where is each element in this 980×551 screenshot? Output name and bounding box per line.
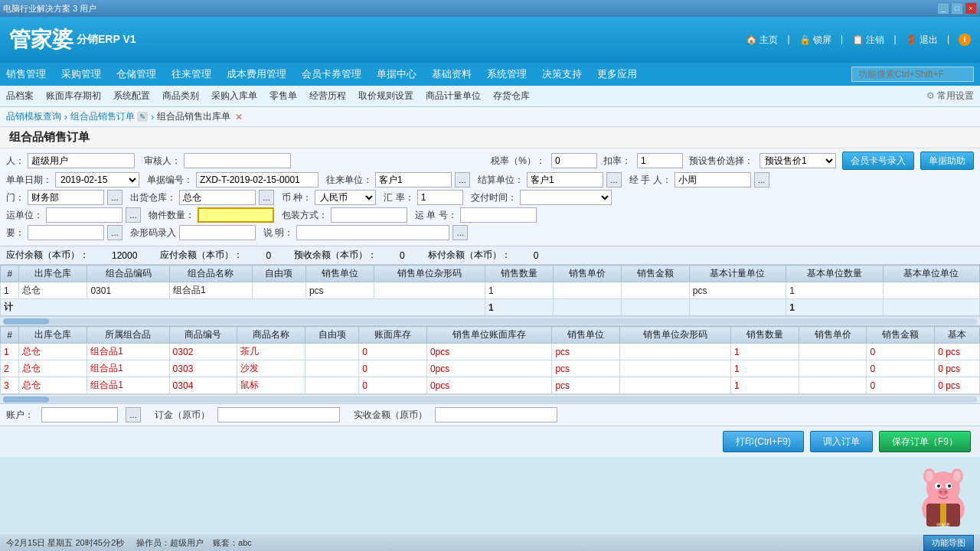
warehouse-input[interactable] xyxy=(179,190,256,205)
td2-sale-unit-code xyxy=(620,377,731,394)
subnav-price[interactable]: 取价规则设置 xyxy=(358,90,413,103)
save-btn[interactable]: 保存订单（F9） xyxy=(879,431,971,452)
td1-free xyxy=(252,282,305,299)
td2-sale-unit-code xyxy=(620,360,731,377)
subnav-purchase-in[interactable]: 采购入库单 xyxy=(211,90,257,103)
lock-link[interactable]: 🔒 锁屏 xyxy=(799,34,831,47)
subnav-product[interactable]: 品档案 xyxy=(6,90,34,103)
handler-dots[interactable]: … xyxy=(754,172,769,187)
print-btn[interactable]: 打印(Ctrl+F9) xyxy=(723,431,804,452)
nav-purchase[interactable]: 采购管理 xyxy=(61,67,101,81)
table-row[interactable]: 2 总仓 组合品1 0303 沙发 0 0pcs pcs 1 0 0 pcs xyxy=(1,360,980,377)
nav-member[interactable]: 会员卡券管理 xyxy=(302,67,361,81)
subnav-history[interactable]: 经营历程 xyxy=(309,90,346,103)
td2-sale-unit: pcs xyxy=(552,344,620,360)
bc-icon2: ✎ xyxy=(137,112,148,122)
home-link[interactable]: 🏠 主页 xyxy=(746,34,778,47)
to-unit-input[interactable] xyxy=(375,172,452,187)
mascot: 管家婆 xyxy=(913,459,974,528)
waybill-input[interactable] xyxy=(460,207,537,223)
remarks-dots[interactable]: … xyxy=(452,225,468,240)
exit-link[interactable]: 🚪 退出 xyxy=(906,34,938,47)
bc-item2[interactable]: 组合品销售订单 ✎ xyxy=(70,110,148,123)
account-dots[interactable]: … xyxy=(126,407,141,422)
user-input[interactable] xyxy=(28,153,135,168)
scroll-thumb2[interactable] xyxy=(3,396,49,403)
nav-basic[interactable]: 基础资料 xyxy=(432,67,472,81)
td2-name: 茶几 xyxy=(237,344,305,360)
date-select[interactable]: 2019-02-15 xyxy=(55,172,139,187)
barcode-input[interactable] xyxy=(179,225,256,240)
import-btn[interactable]: 调入订单 xyxy=(810,431,873,452)
nav-warehouse[interactable]: 仓储管理 xyxy=(116,67,156,81)
exchange-input[interactable] xyxy=(417,190,463,205)
price-select[interactable]: 预设售价1 xyxy=(760,153,836,168)
subnav-warehouse[interactable]: 存货仓库 xyxy=(493,90,530,103)
table-row[interactable]: 1 总仓 0301 组合品1 pcs 1 pcs 1 xyxy=(1,282,980,299)
remark-input[interactable] xyxy=(28,225,104,240)
nav-sales[interactable]: 销售管理 xyxy=(6,67,46,81)
dept-dots[interactable]: … xyxy=(107,190,122,205)
nav-transactions[interactable]: 往来管理 xyxy=(172,67,211,81)
settings-label[interactable]: 常用设置 xyxy=(937,90,974,101)
close-btn[interactable]: × xyxy=(965,2,977,15)
currency-select[interactable]: 人民币 xyxy=(315,190,376,205)
td2-seq: 1 xyxy=(1,344,19,360)
subnav-unit[interactable]: 商品计量单位 xyxy=(426,90,481,103)
to-unit-dots[interactable]: … xyxy=(455,172,470,187)
order-num-input[interactable] xyxy=(196,172,318,187)
subnav-category[interactable]: 商品类别 xyxy=(162,90,199,103)
dept-input[interactable] xyxy=(28,190,104,205)
table-row[interactable]: 3 总仓 组合品1 0304 鼠标 0 0pcs pcs 1 0 0 pcs xyxy=(1,377,980,394)
function-map-btn[interactable]: 功能导图 xyxy=(923,535,974,551)
info-link[interactable]: ℹ xyxy=(959,34,971,46)
settlement-input[interactable] xyxy=(527,172,603,187)
account-input[interactable] xyxy=(41,407,118,422)
th2-name: 商品名称 xyxy=(237,327,305,344)
delivery-time-select[interactable] xyxy=(520,190,612,205)
nav-system[interactable]: 系统管理 xyxy=(487,67,527,81)
nav-cost[interactable]: 成本费用管理 xyxy=(227,67,286,81)
logout-link[interactable]: 📋 注销 xyxy=(852,34,884,47)
td2-sale-amount: 0 xyxy=(867,344,935,360)
nav-voucher[interactable]: 单据中心 xyxy=(377,67,416,81)
nav-decision[interactable]: 决策支持 xyxy=(542,67,582,81)
bc-item3[interactable]: 组合品销售出库单 xyxy=(157,110,230,123)
scrollbar2[interactable] xyxy=(0,395,980,404)
subnav-config[interactable]: 系统配置 xyxy=(113,90,150,103)
settlement-dots[interactable]: … xyxy=(606,172,622,187)
status-account-label: 账套： xyxy=(213,537,238,549)
remark-dots[interactable]: … xyxy=(107,225,122,240)
warehouse-dots[interactable]: … xyxy=(259,190,274,205)
bottom-buttons: 打印(Ctrl+F9) 调入订单 保存订单（F9） xyxy=(0,426,980,457)
item-count-input[interactable] xyxy=(198,207,274,223)
shipping-dots[interactable]: … xyxy=(126,207,141,223)
review-input[interactable] xyxy=(184,153,291,168)
discount-label: 扣率： xyxy=(603,155,631,168)
discount-input[interactable] xyxy=(637,153,683,168)
member-card-btn[interactable]: 会员卡号录入 xyxy=(842,152,914,170)
order-input[interactable] xyxy=(217,407,340,422)
bc-close[interactable]: ✕ xyxy=(235,112,243,122)
handler-input[interactable] xyxy=(675,172,751,187)
maximize-btn[interactable]: □ xyxy=(951,2,963,15)
remarks-input[interactable] xyxy=(296,225,449,240)
subnav-retail[interactable]: 零售单 xyxy=(270,90,297,103)
subnav-stock-init[interactable]: 账面库存期初 xyxy=(46,90,101,103)
scroll-thumb1[interactable] xyxy=(3,318,49,324)
td1-base-qty: 1 xyxy=(786,282,883,299)
actual-input[interactable] xyxy=(435,407,557,422)
table-row[interactable]: 1 总仓 组合品1 0302 茶几 0 0pcs pcs 1 0 0 pcs xyxy=(1,344,980,360)
tax-input[interactable] xyxy=(551,153,597,168)
packaging-input[interactable] xyxy=(331,207,407,223)
help-btn[interactable]: 单据助助 xyxy=(920,152,974,170)
minimize-btn[interactable]: _ xyxy=(937,2,949,15)
bc-item1[interactable]: 品销模板查询 xyxy=(6,110,61,123)
nav-more[interactable]: 更多应用 xyxy=(597,67,637,81)
td2-stock: 0 xyxy=(359,344,427,360)
td1-base-unit: pcs xyxy=(689,282,786,299)
td2-stock: 0 xyxy=(359,360,427,377)
scrollbar1[interactable] xyxy=(0,317,980,326)
shipping-input[interactable] xyxy=(46,207,122,223)
function-search[interactable] xyxy=(851,67,974,82)
